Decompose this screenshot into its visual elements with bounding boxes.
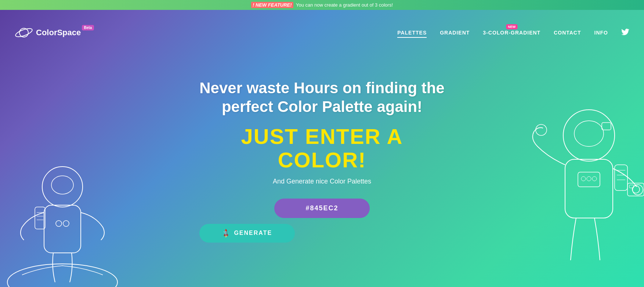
hero-section: ColorSpace Beta PALETTES GRADIENT NEW 3-…	[0, 10, 644, 287]
svg-rect-22	[615, 165, 627, 190]
astronaut-right-illustration	[497, 77, 644, 287]
announcement-bar: ! NEW FEATURE! You can now create a grad…	[0, 0, 644, 10]
svg-point-11	[63, 221, 69, 226]
svg-point-10	[56, 221, 62, 226]
svg-rect-14	[602, 123, 611, 130]
nav-item-palettes[interactable]: PALETTES	[397, 30, 427, 37]
svg-rect-6	[35, 207, 45, 229]
feature-label: ! NEW FEATURE!	[251, 2, 293, 8]
svg-point-21	[592, 177, 597, 181]
hero-cta-title: JUST ENTER A COLOR!	[199, 125, 444, 172]
nav-item-contact[interactable]: CONTACT	[554, 30, 581, 37]
svg-point-27	[632, 186, 640, 193]
header: ColorSpace Beta PALETTES GRADIENT NEW 3-…	[0, 22, 644, 44]
twitter-icon[interactable]	[621, 29, 629, 37]
svg-point-20	[587, 177, 591, 181]
svg-point-12	[563, 110, 615, 161]
svg-rect-15	[565, 159, 613, 218]
logo-text: ColorSpace	[36, 28, 81, 37]
color-input[interactable]	[274, 199, 370, 218]
main-nav: PALETTES GRADIENT NEW 3-COLOR-GRADIENT C…	[397, 29, 629, 37]
rocket-icon: 🚀	[221, 228, 232, 239]
svg-point-2	[7, 264, 117, 287]
astronaut-left-illustration	[0, 113, 125, 287]
nav-info-wrapper: INFO	[594, 29, 608, 36]
svg-point-16	[536, 124, 547, 135]
announcement-text: You can now create a gradient out of 3 c…	[296, 2, 393, 8]
hero-tagline: Never waste Hours on finding the perfect…	[199, 79, 444, 116]
beta-badge: Beta	[82, 25, 94, 30]
nav-3color-wrapper: NEW 3-COLOR-GRADIENT	[483, 29, 540, 36]
nav-contact-wrapper: CONTACT	[554, 29, 581, 36]
hero-content: Never waste Hours on finding the perfect…	[199, 79, 444, 242]
svg-point-19	[581, 177, 586, 181]
logo-area: ColorSpace Beta	[15, 26, 81, 39]
nav-item-info[interactable]: INFO	[594, 30, 608, 37]
svg-point-13	[574, 121, 604, 146]
hero-subtitle: And Generate nice Color Palettes	[199, 178, 444, 185]
logo-icon	[15, 26, 33, 39]
color-input-container	[199, 199, 444, 218]
nav-palettes-wrapper: PALETTES	[397, 29, 427, 36]
svg-point-5	[51, 176, 73, 194]
generate-label: GENERATE	[234, 230, 272, 236]
nav-gradient-wrapper: GRADIENT	[440, 29, 470, 36]
nav-item-3color-gradient[interactable]: 3-COLOR-GRADIENT	[483, 30, 540, 37]
generate-button[interactable]: 🚀 GENERATE	[199, 224, 295, 243]
new-badge: NEW	[506, 24, 517, 29]
nav-item-gradient[interactable]: GRADIENT	[440, 30, 470, 37]
svg-point-3	[42, 167, 83, 207]
svg-rect-4	[44, 205, 81, 253]
